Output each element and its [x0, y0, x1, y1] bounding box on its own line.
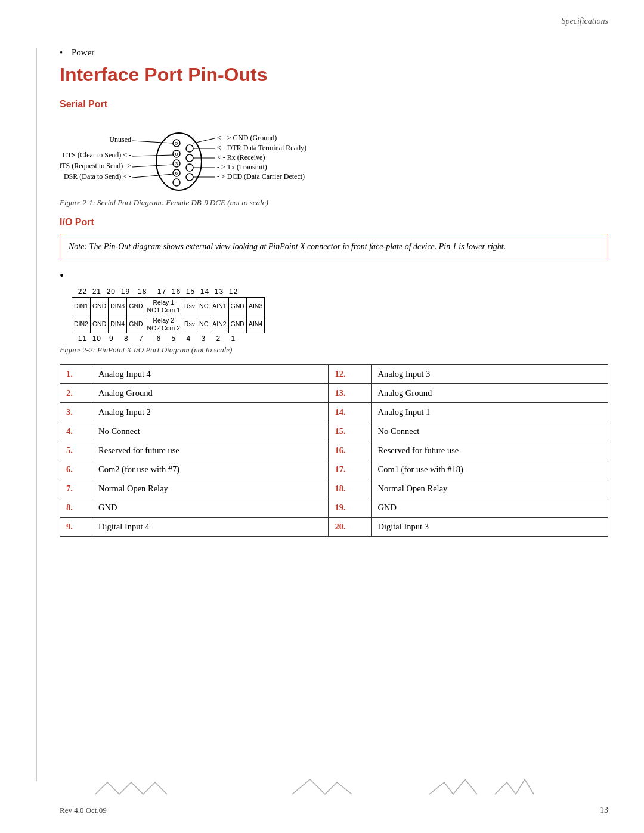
table-row: 9. Digital Input 4 20. Digital Input 3 [60, 518, 608, 537]
pin-num-right: 14. [329, 403, 371, 422]
svg-text:< - >  GND (Ground): < - > GND (Ground) [217, 134, 277, 142]
pin-num-left: 4. [60, 422, 92, 441]
pin-num-left: 6. [60, 460, 92, 479]
svg-point-12 [186, 164, 193, 171]
svg-line-20 [132, 165, 173, 167]
svg-text:- >    Tx (Transmit): - > Tx (Transmit) [217, 163, 267, 171]
pin-num-right: 12. [329, 365, 371, 384]
io-cell: GND [90, 298, 108, 315]
pin-label-left: Reserved for future use [92, 441, 329, 460]
pin-label-right: Analog Input 1 [371, 403, 608, 422]
pin-label-right: No Connect [371, 422, 608, 441]
pin-num-left: 7. [60, 479, 92, 498]
table-row: 3. Analog Input 2 14. Analog Input 1 [60, 403, 608, 422]
header-title: Specifications [561, 17, 608, 26]
svg-text:DSR (Data to Send)  < -: DSR (Data to Send) < - [64, 172, 131, 181]
svg-line-21 [132, 174, 173, 178]
io-cell: GND [228, 298, 246, 315]
sidebar-line [36, 48, 37, 781]
svg-point-10 [186, 145, 193, 152]
pin-label-right: Reserved for future use [371, 441, 608, 460]
serial-diagram-svg: Unused CTS (Clear to Send) < - RTS (Requ… [60, 117, 465, 194]
note-box: Note: The Pin-Out diagram shows external… [60, 234, 608, 259]
table-row: 5. Reserved for future use 16. Reserved … [60, 441, 608, 460]
pin-num-left: 9. [60, 518, 92, 537]
svg-point-4 [156, 133, 202, 190]
bullet-dot: • [60, 269, 608, 283]
table-row: 8. GND 19. GND [60, 498, 608, 518]
pin-label-left: No Connect [92, 422, 329, 441]
svg-line-18 [132, 141, 173, 143]
io-top-numbers: 22 21 20 19 18 17 16 15 14 13 12 [73, 287, 608, 296]
pin-label-right: Normal Open Relay [371, 479, 608, 498]
io-port-table: DIN1 GND DIN3 GND Relay 1NO1 Com 1 Rsv N… [72, 297, 265, 333]
io-cell: DIN4 [109, 315, 127, 333]
table-row: 1. Analog Input 4 12. Analog Input 3 [60, 365, 608, 384]
svg-text:< -    DTR Data Terminal Ready: < - DTR Data Terminal Ready) [217, 144, 306, 152]
svg-text:3: 3 [175, 161, 178, 166]
pin-label-right: Digital Input 3 [371, 518, 608, 537]
svg-text:6: 6 [175, 171, 178, 176]
io-port-diagram: 22 21 20 19 18 17 16 15 14 13 12 DIN1 GN… [72, 287, 608, 343]
io-bottom-numbers: 11 10 9 8 7 6 5 4 3 2 1 [73, 335, 608, 343]
table-row: 7. Normal Open Relay 18. Normal Open Rel… [60, 479, 608, 498]
pin-num-left: 1. [60, 365, 92, 384]
io-cell: Rsv [182, 298, 197, 315]
pin-label-left: Analog Ground [92, 384, 329, 403]
page-title: Interface Port Pin-Outs [60, 64, 608, 86]
pin-num-left: 2. [60, 384, 92, 403]
svg-text:< -    Rx (Receive): < - Rx (Receive) [217, 153, 265, 162]
svg-text:8: 8 [175, 151, 178, 157]
serial-diagram-caption: Figure 2-1: Serial Port Diagram: Female … [60, 198, 608, 208]
serial-port-diagram: Unused CTS (Clear to Send) < - RTS (Requ… [60, 117, 608, 194]
io-cell: GND [228, 315, 246, 333]
pin-num-left: 8. [60, 498, 92, 518]
footer: Rev 4.0 Oct.09 13 [60, 806, 608, 815]
zigzag-decoration [60, 776, 608, 800]
pin-label-left: Com2 (for use with #7) [92, 460, 329, 479]
footer-page-number: 13 [600, 806, 608, 815]
io-cell: NC [197, 298, 210, 315]
bullet-power: Power [60, 48, 608, 58]
pin-num-left: 3. [60, 403, 92, 422]
svg-point-13 [186, 174, 193, 181]
page-header: Specifications [561, 17, 608, 26]
table-row: 2. Analog Ground 13. Analog Ground [60, 384, 608, 403]
io-port-title: I/O Port [60, 217, 608, 228]
pin-label-right: Com1 (for use with #18) [371, 460, 608, 479]
io-cell: DIN3 [109, 298, 127, 315]
io-cell: GND [127, 315, 145, 333]
svg-text:- >    DCD (Data Carrier Detec: - > DCD (Data Carrier Detect) [217, 172, 305, 181]
table-row: 6. Com2 (for use with #7) 17. Com1 (for … [60, 460, 608, 479]
io-cell: AIN1 [210, 298, 228, 315]
svg-line-22 [193, 138, 215, 143]
pin-num-right: 20. [329, 518, 371, 537]
svg-point-9 [173, 179, 180, 186]
pin-label-right: Analog Input 3 [371, 365, 608, 384]
table-row: 4. No Connect 15. No Connect [60, 422, 608, 441]
svg-text:RTS (Request to Send)   ->: RTS (Request to Send) -> [60, 162, 131, 170]
pin-num-right: 15. [329, 422, 371, 441]
footer-rev: Rev 4.0 Oct.09 [60, 806, 107, 815]
svg-point-11 [186, 154, 193, 162]
pin-label-right: Analog Ground [371, 384, 608, 403]
zigzag-svg [60, 776, 596, 800]
pin-num-right: 16. [329, 441, 371, 460]
pin-label-left: GND [92, 498, 329, 518]
pin-label-left: Normal Open Relay [92, 479, 329, 498]
serial-port-title: Serial Port [60, 99, 608, 110]
io-cell: Relay 2NO2 Com 2 [145, 315, 182, 333]
io-cell: DIN1 [72, 298, 91, 315]
main-content: Power Interface Port Pin-Outs Serial Por… [60, 48, 608, 555]
io-diagram-caption: Figure 2-2: PinPoint X I/O Port Diagram … [60, 345, 608, 355]
svg-text:Unused: Unused [109, 135, 131, 144]
io-cell: GND [90, 315, 108, 333]
io-cell: DIN2 [72, 315, 91, 333]
pin-num-right: 17. [329, 460, 371, 479]
svg-text:CTS (Clear to Send)  < -: CTS (Clear to Send) < - [63, 151, 131, 159]
pin-num-left: 5. [60, 441, 92, 460]
io-cell: AIN2 [210, 315, 228, 333]
io-cell: Rsv [182, 315, 197, 333]
svg-text:5: 5 [175, 141, 178, 146]
pin-label-right: GND [371, 498, 608, 518]
